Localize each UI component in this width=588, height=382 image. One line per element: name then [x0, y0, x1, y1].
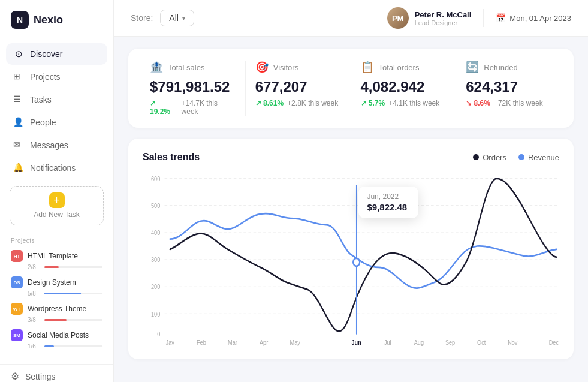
svg-text:Jun: Jun — [352, 339, 361, 346]
add-task-button[interactable]: + Add New Task — [10, 186, 104, 225]
calendar-icon: 📅 — [496, 13, 506, 23]
sidebar: N Nexio ⊙ Discover ⊞ Projects ☰ Tasks 👤 … — [0, 0, 114, 382]
user-name: Peter R. McCall — [415, 10, 472, 19]
refunded-label: Refunded — [484, 63, 517, 72]
project-name-social: Social Media Posts — [28, 331, 89, 339]
svg-text:Jav: Jav — [166, 339, 174, 346]
svg-text:Dec: Dec — [549, 339, 559, 346]
header-date: 📅 Mon, 01 Apr 2023 — [496, 13, 571, 23]
sidebar-item-messages[interactable]: ✉ Messages — [6, 134, 107, 156]
chart-legend: Orders Revenue — [473, 153, 559, 162]
project-item-wordpress[interactable]: WT Wordpress Theme 3/8 — [11, 303, 102, 323]
total-orders-value: 4,082.942 — [361, 79, 447, 95]
refunded-trend: ↘ 8.6% — [466, 99, 490, 107]
store-select[interactable]: All ▾ — [160, 10, 194, 26]
svg-text:Nov: Nov — [508, 339, 517, 346]
stats-grid: 🏦 Total sales $791,981.52 ↗ 19.2% +14.7K… — [128, 49, 574, 128]
project-count-wordpress: 3/8 — [28, 317, 41, 323]
visitors-trend: ↗ 8.61% — [255, 99, 284, 107]
total-sales-trend-extra: +14.7K this week — [182, 99, 236, 116]
sidebar-item-projects[interactable]: ⊞ Projects — [6, 66, 107, 88]
refunded-value: 624,317 — [466, 79, 552, 95]
project-bar-wordpress — [44, 319, 67, 321]
compass-icon: ⊙ — [13, 49, 24, 59]
sidebar-item-notifications[interactable]: 🔔 Notifications — [6, 157, 107, 179]
store-value: All — [169, 13, 179, 23]
chevron-down-icon: ▾ — [182, 15, 185, 22]
orders-line — [170, 179, 557, 332]
svg-text:Oct: Oct — [477, 339, 486, 346]
grid-icon: ⊞ — [13, 71, 24, 82]
svg-text:Apr: Apr — [260, 339, 269, 346]
refunded-trend-extra: +72K this week — [494, 99, 543, 107]
legend-orders: Orders — [473, 153, 506, 162]
avatar: PM — [387, 7, 409, 29]
chart-card: Sales trends Orders Revenue — [128, 139, 574, 359]
user-profile: PM Peter R. McCall Lead Designer — [387, 7, 472, 29]
total-sales-icon: 🏦 — [150, 61, 163, 74]
svg-text:400: 400 — [151, 230, 161, 237]
svg-text:Feb: Feb — [197, 339, 206, 346]
project-avatar-social: SM — [11, 329, 23, 341]
chart-title: Sales trends — [143, 152, 200, 163]
settings-icon: ⚙ — [11, 371, 19, 382]
envelope-icon: ✉ — [13, 140, 24, 151]
sidebar-item-tasks[interactable]: ☰ Tasks — [6, 89, 107, 110]
header: Store: All ▾ PM Peter R. McCall Lead Des… — [114, 0, 588, 37]
add-task-plus-icon: + — [49, 192, 65, 208]
orders-legend-dot — [473, 154, 479, 160]
sidebar-item-people[interactable]: 👤 People — [6, 112, 107, 133]
projects-section-label: Projects — [11, 237, 102, 244]
revenue-line — [170, 213, 557, 288]
svg-text:500: 500 — [151, 202, 161, 209]
sidebar-logo: N Nexio — [0, 11, 113, 43]
legend-revenue: Revenue — [518, 153, 559, 162]
total-orders-label: Total orders — [379, 63, 420, 72]
sidebar-nav: ⊙ Discover ⊞ Projects ☰ Tasks 👤 People ✉… — [0, 43, 113, 180]
header-divider — [483, 9, 484, 27]
visitors-value: 677,207 — [255, 79, 341, 95]
project-item-html[interactable]: HT HTML Template 2/8 — [11, 250, 102, 270]
project-name-design: Design System — [28, 278, 76, 287]
total-orders-trend: ↗ 5.7% — [361, 99, 385, 107]
stat-card-refunded: 🔄 Refunded 624,317 ↘ 8.6% +72K this week — [456, 61, 562, 116]
project-name-html: HTML Template — [28, 252, 78, 260]
visitors-icon: 🎯 — [255, 61, 269, 74]
content: 🏦 Total sales $791,981.52 ↗ 19.2% +14.7K… — [114, 37, 588, 382]
total-sales-trend: ↗ 19.2% — [150, 99, 178, 116]
svg-text:Aug: Aug — [414, 339, 424, 346]
logo-icon: N — [11, 11, 29, 29]
svg-text:Jul: Jul — [384, 339, 391, 346]
stat-card-visitors: 🎯 Visitors 677,207 ↗ 8.61% +2.8K this we… — [246, 61, 351, 116]
total-orders-icon: 📋 — [361, 61, 374, 74]
project-bar-html — [44, 266, 59, 268]
total-orders-trend-extra: +4.1K this week — [388, 99, 439, 107]
project-avatar-html: HT — [11, 250, 23, 262]
refunded-icon: 🔄 — [466, 61, 479, 74]
svg-point-15 — [353, 258, 360, 266]
project-item-design[interactable]: DS Design System 5/8 — [11, 276, 102, 297]
svg-text:Sep: Sep — [445, 339, 456, 346]
chart-header: Sales trends Orders Revenue — [143, 152, 559, 163]
sidebar-item-discover[interactable]: ⊙ Discover — [6, 43, 107, 65]
svg-text:600: 600 — [151, 175, 161, 182]
stat-card-total-orders: 📋 Total orders 4,082.942 ↗ 5.7% +4.1K th… — [351, 61, 457, 116]
add-task-label: Add New Task — [34, 210, 79, 219]
user-info: Peter R. McCall Lead Designer — [415, 10, 472, 26]
bell-icon: 🔔 — [13, 163, 24, 173]
logo-text: Nexio — [34, 14, 63, 26]
svg-text:100: 100 — [151, 311, 161, 318]
project-name-wordpress: Wordpress Theme — [28, 305, 86, 313]
project-count-social: 1/6 — [28, 343, 41, 350]
visitors-trend-extra: +2.8K this week — [287, 99, 338, 107]
settings-item[interactable]: ⚙ Settings — [0, 364, 113, 382]
svg-text:May: May — [290, 339, 300, 346]
project-item-social[interactable]: SM Social Media Posts 1/6 — [11, 329, 102, 350]
total-sales-label: Total sales — [168, 63, 204, 72]
revenue-legend-dot — [518, 154, 524, 160]
project-avatar-wordpress: WT — [11, 303, 23, 315]
chart-area: 600 500 400 300 200 100 0 — [143, 172, 559, 346]
main-area: Store: All ▾ PM Peter R. McCall Lead Des… — [114, 0, 588, 382]
settings-label: Settings — [25, 372, 56, 381]
svg-text:0: 0 — [157, 330, 161, 338]
